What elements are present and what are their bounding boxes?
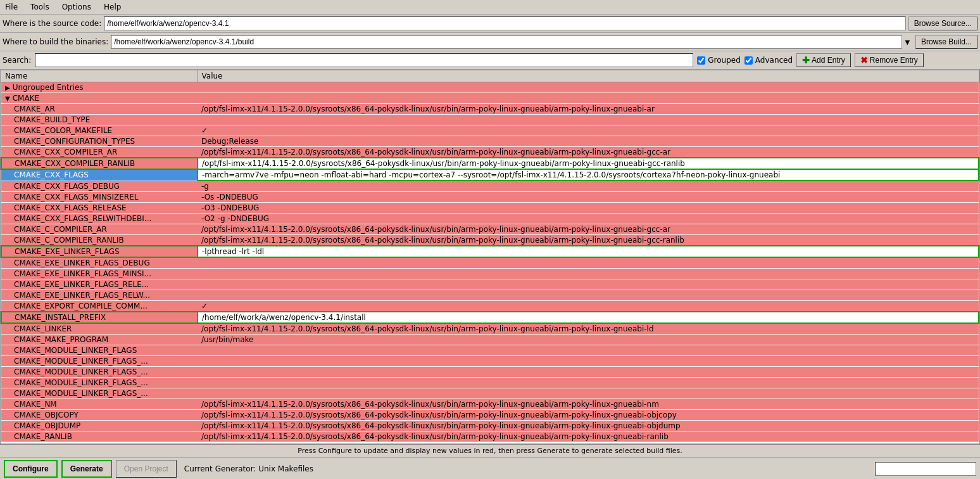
table-row[interactable]: CMAKE_MODULE_LINKER_FLAGS_...	[1, 367, 979, 378]
table-row[interactable]: CMAKE_RANLIB/opt/fsl-imx-x11/4.1.15-2.0.…	[1, 431, 979, 442]
table-row[interactable]: CMAKE_C_COMPILER_AR/opt/fsl-imx-x11/4.1.…	[1, 224, 979, 235]
table-row[interactable]: CMAKE_EXE_LINKER_FLAGS_RELW...	[1, 290, 979, 301]
source-input[interactable]	[104, 16, 905, 30]
browse-source-button[interactable]: Browse Source...	[908, 16, 977, 30]
cell-value[interactable]: /opt/fsl-imx-x11/4.1.15-2.0.0/sysroots/x…	[198, 323, 979, 335]
cell-value[interactable]: /opt/fsl-imx-x11/4.1.15-2.0.0/sysroots/x…	[198, 421, 979, 431]
remove-entry-label: Remove Entry	[870, 56, 918, 65]
table-row[interactable]: CMAKE_MODULE_LINKER_FLAGS_...	[1, 388, 979, 399]
open-project-button[interactable]: Open Project	[116, 460, 177, 478]
table-row[interactable]: CMAKE_LINKER/opt/fsl-imx-x11/4.1.15-2.0.…	[1, 323, 979, 335]
cell-value[interactable]: /home/elf/work/a/wenz/opencv-3.4.1/insta…	[198, 312, 979, 323]
table-row[interactable]: CMAKE_CXX_FLAGS_RELWITHDEBI...-O2 -g -DN…	[1, 214, 979, 224]
table-row[interactable]: CMAKE_EXE_LINKER_FLAGS-lpthread -lrt -ld…	[1, 246, 979, 257]
table-row[interactable]: CMAKE_MODULE_LINKER_FLAGS	[1, 345, 979, 356]
table-row[interactable]: CMAKE_AR/opt/fsl-imx-x11/4.1.15-2.0.0/sy…	[1, 104, 979, 115]
cell-value[interactable]: /opt/fsl-imx-x11/4.1.15-2.0.0/sysroots/x…	[198, 158, 979, 169]
cell-value[interactable]: -O2 -g -DNDEBUG	[198, 214, 979, 224]
cell-value[interactable]	[198, 115, 979, 125]
cell-value[interactable]: -lpthread -lrt -ldl	[198, 246, 979, 257]
grouped-checkbox[interactable]	[697, 56, 705, 65]
cell-value[interactable]: -march=armv7ve -mfpu=neon -mfloat-abi=ha…	[198, 169, 979, 181]
table-row[interactable]: CMAKE_MODULE_LINKER_FLAGS_...	[1, 378, 979, 388]
cell-value[interactable]	[198, 279, 979, 290]
cell-value[interactable]: ✓	[198, 301, 979, 312]
table-row[interactable]: CMAKE_EXE_LINKER_FLAGS_DEBUG	[1, 257, 979, 269]
add-entry-label: Add Entry	[812, 56, 845, 65]
table-row[interactable]: CMAKE_MODULE_LINKER_FLAGS_...	[1, 356, 979, 367]
table-row[interactable]: CMAKE_CXX_FLAGS_DEBUG-g	[1, 181, 979, 192]
cell-value[interactable]: -Os -DNDEBUG	[198, 192, 979, 203]
cell-value[interactable]: /opt/fsl-imx-x11/4.1.15-2.0.0/sysroots/x…	[198, 104, 979, 115]
cell-value[interactable]	[198, 345, 979, 356]
add-entry-button[interactable]: ✚ Add Entry	[796, 53, 851, 67]
cell-name: CMAKE_MODULE_LINKER_FLAGS_...	[1, 378, 198, 388]
cell-value[interactable]: /opt/fsl-imx-x11/4.1.15-2.0.0/sysroots/x…	[198, 410, 979, 421]
menu-tools[interactable]: Tools	[28, 1, 52, 13]
cell-value[interactable]	[198, 82, 979, 93]
table-row[interactable]: ▼CMAKE	[1, 93, 979, 104]
menu-file[interactable]: File	[3, 1, 20, 13]
cell-value[interactable]	[198, 367, 979, 378]
table-row[interactable]: CMAKE_CXX_FLAGS_RELEASE-O3 -DNDEBUG	[1, 203, 979, 214]
build-dropdown-arrow[interactable]: ▼	[901, 35, 913, 49]
configure-button[interactable]: Configure	[4, 460, 58, 478]
cell-value[interactable]: /opt/fsl-imx-x11/4.1.15-2.0.0/sysroots/x…	[198, 399, 979, 410]
build-input[interactable]	[111, 35, 913, 49]
cell-value[interactable]: /opt/fsl-imx-x11/4.1.15-2.0.0/sysroots/x…	[198, 224, 979, 235]
table-row[interactable]: CMAKE_EXPORT_COMPILE_COMM...✓	[1, 301, 979, 312]
cell-value[interactable]	[198, 388, 979, 399]
search-label: Search:	[3, 56, 31, 65]
table-row[interactable]: ▶Ungrouped Entries	[1, 82, 979, 93]
cell-name: CMAKE_C_COMPILER_AR	[1, 224, 198, 235]
cell-value[interactable]: Debug;Release	[198, 136, 979, 147]
table-row[interactable]: CMAKE_EXE_LINKER_FLAGS_MINSI...	[1, 269, 979, 279]
menu-help[interactable]: Help	[101, 1, 123, 13]
table-row[interactable]: CMAKE_CXX_FLAGS_MINSIZEREL-Os -DNDEBUG	[1, 192, 979, 203]
cell-value[interactable]	[198, 378, 979, 388]
cell-value[interactable]: ✓	[198, 125, 979, 136]
table-row[interactable]: CMAKE_CXX_FLAGS-march=armv7ve -mfpu=neon…	[1, 169, 979, 181]
cell-value[interactable]: -g	[198, 181, 979, 192]
cell-name: CMAKE_LINKER	[1, 323, 198, 335]
search-input[interactable]	[35, 53, 693, 67]
footer-filter-input[interactable]	[875, 462, 976, 476]
table-row[interactable]: CMAKE_INSTALL_PREFIX/home/elf/work/a/wen…	[1, 312, 979, 323]
main-table-container[interactable]: Name Value ▶Ungrouped Entries▼CMAKECMAKE…	[0, 70, 980, 444]
cell-name: CMAKE_MAKE_PROGRAM	[1, 335, 198, 345]
browse-build-button[interactable]: Browse Build...	[915, 35, 977, 49]
table-row[interactable]: CMAKE_OBJCOPY/opt/fsl-imx-x11/4.1.15-2.0…	[1, 410, 979, 421]
cell-value[interactable]	[198, 290, 979, 301]
cell-name: CMAKE_EXE_LINKER_FLAGS_RELE...	[1, 279, 198, 290]
generate-button[interactable]: Generate	[61, 460, 112, 478]
cell-value[interactable]	[198, 269, 979, 279]
status-message: Press Configure to update and display ne…	[298, 447, 682, 455]
cell-name: CMAKE_CXX_FLAGS	[1, 169, 198, 181]
cell-value[interactable]	[198, 93, 979, 104]
cell-value[interactable]: -O3 -DNDEBUG	[198, 203, 979, 214]
table-row[interactable]: CMAKE_C_COMPILER_RANLIB/opt/fsl-imx-x11/…	[1, 235, 979, 246]
table-row[interactable]: CMAKE_CONFIGURATION_TYPESDebug;Release	[1, 136, 979, 147]
cell-value[interactable]: /opt/fsl-imx-x11/4.1.15-2.0.0/sysroots/x…	[198, 235, 979, 246]
cell-value[interactable]	[198, 257, 979, 269]
cell-value[interactable]: /opt/fsl-imx-x11/4.1.15-2.0.0/sysroots/x…	[198, 147, 979, 158]
table-row[interactable]: CMAKE_NM/opt/fsl-imx-x11/4.1.15-2.0.0/sy…	[1, 399, 979, 410]
cell-value[interactable]: /usr/bin/make	[198, 335, 979, 345]
expand-icon[interactable]: ▼	[5, 95, 10, 102]
cell-value[interactable]	[198, 356, 979, 367]
table-row[interactable]: CMAKE_OBJDUMP/opt/fsl-imx-x11/4.1.15-2.0…	[1, 421, 979, 431]
table-row[interactable]: CMAKE_MAKE_PROGRAM/usr/bin/make	[1, 335, 979, 345]
table-row[interactable]: CMAKE_EXE_LINKER_FLAGS_RELE...	[1, 279, 979, 290]
table-row[interactable]: CMAKE_CXX_COMPILER_AR/opt/fsl-imx-x11/4.…	[1, 147, 979, 158]
plus-icon: ✚	[802, 55, 810, 65]
table-row[interactable]: CMAKE_CXX_COMPILER_RANLIB/opt/fsl-imx-x1…	[1, 158, 979, 169]
cell-value[interactable]: /opt/fsl-imx-x11/4.1.15-2.0.0/sysroots/x…	[198, 431, 979, 442]
table-row[interactable]: CMAKE_BUILD_TYPE	[1, 115, 979, 125]
expand-icon[interactable]: ▶	[5, 84, 10, 91]
menu-options[interactable]: Options	[60, 1, 94, 13]
advanced-checkbox[interactable]	[744, 56, 753, 65]
table-row[interactable]: CMAKE_COLOR_MAKEFILE✓	[1, 125, 979, 136]
cell-name: CMAKE_AR	[1, 104, 198, 115]
remove-entry-button[interactable]: ✖ Remove Entry	[855, 53, 924, 67]
cell-name: CMAKE_MODULE_LINKER_FLAGS_...	[1, 367, 198, 378]
